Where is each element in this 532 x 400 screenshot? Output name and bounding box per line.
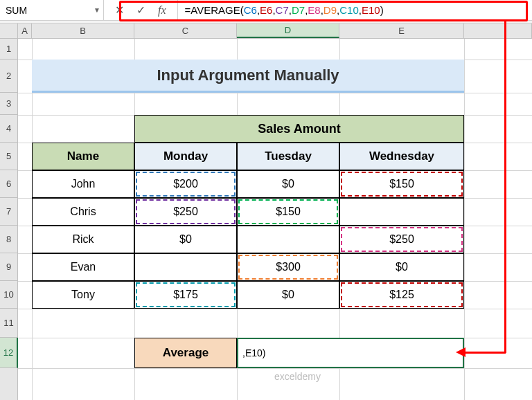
- table-row-name[interactable]: John: [32, 170, 134, 198]
- table-cell[interactable]: [339, 198, 464, 226]
- table-row-name[interactable]: Rick: [32, 226, 134, 253]
- sheet-area: 123456789101112 Input Argument Manually …: [0, 39, 532, 400]
- table-cell[interactable]: $300: [237, 253, 339, 281]
- average-cell-text: ,E10): [242, 347, 265, 358]
- name-header: Name: [32, 143, 134, 170]
- table-cell[interactable]: $250: [134, 198, 237, 226]
- grid[interactable]: Input Argument Manually Sales Amount Nam…: [18, 39, 532, 400]
- day-header-tuesday: Tuesday: [237, 143, 339, 170]
- name-box-dropdown-icon[interactable]: ▼: [94, 6, 100, 14]
- row-header-2[interactable]: 2: [0, 60, 17, 93]
- day-header-wednesday: Wednesday: [339, 143, 464, 170]
- row-header-4[interactable]: 4: [0, 115, 17, 143]
- day-header-monday: Monday: [134, 143, 237, 170]
- name-box-value: SUM: [6, 5, 27, 16]
- table-cell[interactable]: $175: [134, 281, 237, 309]
- table-row-name[interactable]: Tony: [32, 281, 134, 309]
- table-cell[interactable]: $200: [134, 170, 237, 198]
- table-row-name[interactable]: Evan: [32, 253, 134, 281]
- table-cell[interactable]: $0: [339, 253, 464, 281]
- row-header-3[interactable]: 3: [0, 93, 17, 115]
- col-header-C[interactable]: C: [134, 24, 237, 38]
- row-header-1[interactable]: 1: [0, 39, 17, 60]
- table-cell[interactable]: $150: [237, 198, 339, 226]
- table-cell[interactable]: $125: [339, 281, 464, 309]
- cancel-icon[interactable]: ✕: [115, 3, 124, 17]
- enter-icon[interactable]: ✓: [136, 3, 145, 17]
- row-header-11[interactable]: 11: [0, 309, 17, 338]
- formula-bar: SUM ▼ ✕ ✓ fx =AVERAGE(C6,E6,C7,D7,E8,D9,…: [0, 0, 532, 21]
- col-header-D[interactable]: D: [237, 24, 339, 38]
- row-headers: 123456789101112: [0, 39, 18, 400]
- row-header-10[interactable]: 10: [0, 281, 17, 309]
- table-row-name[interactable]: Chris: [32, 198, 134, 226]
- col-header-E[interactable]: E: [339, 24, 464, 38]
- row-header-12[interactable]: 12: [0, 338, 18, 368]
- table-cell[interactable]: $150: [339, 170, 464, 198]
- page-title: Input Argument Manually: [32, 60, 464, 93]
- row-header-5[interactable]: 5: [0, 143, 17, 170]
- row-header-8[interactable]: 8: [0, 226, 17, 253]
- col-header-A[interactable]: A: [18, 24, 32, 38]
- table-cell[interactable]: $250: [339, 226, 464, 253]
- col-header-blank[interactable]: [464, 24, 532, 38]
- table-cell[interactable]: [134, 253, 237, 281]
- col-header-B[interactable]: B: [32, 24, 134, 38]
- formula-buttons: ✕ ✓ fx: [104, 0, 178, 20]
- table-cell[interactable]: [237, 226, 339, 253]
- row-header-7[interactable]: 7: [0, 198, 17, 226]
- average-label: Average: [134, 338, 237, 368]
- select-all-corner[interactable]: [0, 24, 18, 38]
- table-cell[interactable]: $0: [134, 226, 237, 253]
- column-headers: A B C D E: [0, 24, 532, 39]
- name-box[interactable]: SUM ▼: [0, 0, 104, 20]
- row-header-6[interactable]: 6: [0, 170, 17, 198]
- fx-icon[interactable]: fx: [158, 4, 166, 17]
- table-cell[interactable]: $0: [237, 281, 339, 309]
- sales-amount-header: Sales Amount: [134, 115, 464, 143]
- average-result-cell[interactable]: ,E10): [237, 338, 464, 368]
- formula-input[interactable]: =AVERAGE(C6,E6,C7,D7,E8,D9,C10,E10): [178, 0, 532, 20]
- table-cell[interactable]: $0: [237, 170, 339, 198]
- row-header-9[interactable]: 9: [0, 253, 17, 281]
